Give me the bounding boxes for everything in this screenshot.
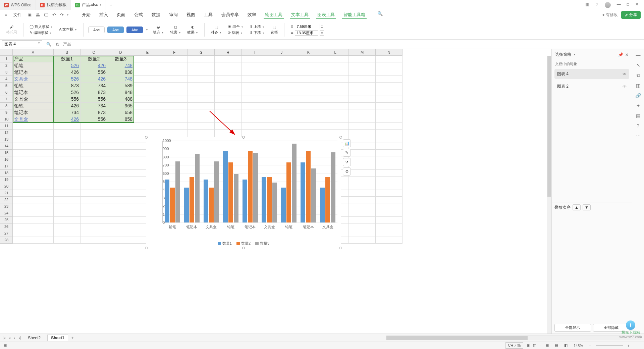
- collapse-icon[interactable]: —: [636, 52, 641, 58]
- table-tool-icon[interactable]: ▤: [636, 113, 640, 118]
- sheet-tab-1[interactable]: Sheet1: [47, 335, 68, 341]
- ime-status[interactable]: CH ♪ 简: [505, 342, 523, 349]
- view-misc-2[interactable]: ◫: [533, 343, 536, 348]
- fill-button[interactable]: ◒填充 ▾: [152, 25, 165, 35]
- move-up-button[interactable]: ⬆ 上移 ▾: [250, 24, 265, 29]
- textbox-button[interactable]: A 文本框 ▾: [59, 27, 77, 32]
- rotate-button[interactable]: ⟳ 旋转 ▾: [228, 30, 244, 35]
- menu-page[interactable]: 页面: [115, 11, 127, 19]
- view-misc-1[interactable]: ⊞: [527, 343, 530, 348]
- effect-button[interactable]: ◐效果 ▾: [186, 25, 200, 35]
- move-down-button[interactable]: ⬇ 下移 ▾: [250, 30, 265, 35]
- width-input[interactable]: [295, 30, 318, 36]
- chart-edit-button[interactable]: ✎: [343, 149, 351, 157]
- chart-type-button[interactable]: 📊: [343, 139, 351, 147]
- sheet-tab-2[interactable]: Sheet2: [24, 335, 44, 341]
- sheet-next[interactable]: ▸: [14, 336, 15, 340]
- view-misc-3[interactable]: ·: [540, 344, 541, 348]
- avatar[interactable]: [605, 2, 611, 8]
- styles-more[interactable]: ▾: [146, 28, 148, 31]
- search-icon[interactable]: 🔍: [376, 11, 384, 19]
- link-tool-icon[interactable]: 🔗: [635, 93, 641, 98]
- spreadsheet[interactable]: ABCDEFGHIJKLMN 1234567891011121314151617…: [0, 49, 551, 334]
- select-button[interactable]: ⬚选择: [269, 25, 279, 35]
- style-1[interactable]: Abc: [88, 27, 105, 33]
- column-headers[interactable]: ABCDEFGHIJKLMN: [13, 49, 551, 56]
- eye-off-icon[interactable]: 👁: [623, 84, 627, 89]
- cursor-tool-icon[interactable]: ↖: [636, 62, 640, 68]
- formula-input[interactable]: [62, 42, 644, 47]
- tab-wps[interactable]: WWPS Office: [0, 0, 36, 10]
- redo-icon[interactable]: ↷: [59, 12, 65, 17]
- menu-insert[interactable]: 插入: [98, 11, 109, 19]
- height-spinner[interactable]: ▲▼: [320, 24, 324, 29]
- zoom-out-button[interactable]: −: [588, 344, 592, 348]
- pin-icon[interactable]: 📌: [618, 52, 623, 57]
- chart-legend[interactable]: 数量1 数量2 数量3: [146, 241, 341, 246]
- select-all-corner[interactable]: [0, 49, 13, 56]
- menu-view[interactable]: 视图: [185, 11, 197, 19]
- chart-object[interactable]: 01002003004005006007008009001000铅笔笔记本文具盒…: [146, 137, 341, 248]
- edit-shape-button[interactable]: ✎ 编辑形状 ▾: [30, 30, 53, 35]
- menu-member[interactable]: 会员专享: [220, 11, 240, 19]
- chart-filter-button[interactable]: ⧩: [343, 158, 351, 166]
- maximize-button[interactable]: □: [627, 2, 629, 8]
- zoom-in-button[interactable]: +: [626, 344, 631, 348]
- sheet-prev[interactable]: ◂: [9, 336, 10, 340]
- cube-icon[interactable]: ♢: [595, 2, 599, 8]
- add-sheet-button[interactable]: +: [71, 336, 74, 340]
- status-icon[interactable]: ▦: [3, 343, 7, 348]
- menu-start[interactable]: 开始: [80, 11, 92, 19]
- help-tool-icon[interactable]: ?: [637, 123, 640, 129]
- menu-draw-tools[interactable]: 绘图工具: [264, 11, 284, 19]
- horizontal-scrollbar[interactable]: [386, 336, 641, 340]
- width-spinner[interactable]: ▲▼: [320, 30, 324, 36]
- zoom-slider[interactable]: [596, 345, 623, 346]
- pane-close-icon[interactable]: ✕: [625, 52, 629, 57]
- chart-plot-area[interactable]: 01002003004005006007008009001000铅笔笔记本文具盒…: [162, 141, 337, 223]
- tab-template[interactable]: D找稻壳模板: [36, 0, 71, 10]
- group-button[interactable]: ▣ 组合 ▾: [228, 24, 244, 29]
- print-icon[interactable]: 🖶: [34, 12, 41, 17]
- new-tab-button[interactable]: +: [106, 2, 116, 8]
- fx-icon[interactable]: fx: [53, 42, 62, 47]
- layers-tool-icon[interactable]: ▥: [636, 83, 640, 88]
- preview-icon[interactable]: 🖵: [43, 12, 50, 17]
- menu-smart-tools[interactable]: 智能工具箱: [342, 11, 367, 19]
- style-tool-icon[interactable]: ✦: [636, 103, 640, 108]
- chart-settings-button[interactable]: ⚙: [343, 167, 351, 176]
- menu-chart-tools[interactable]: 图表工具: [316, 11, 336, 19]
- minimize-button[interactable]: —: [617, 2, 621, 8]
- save-icon[interactable]: ▣: [26, 12, 33, 17]
- tab-document[interactable]: S产品.xlsx●: [71, 0, 106, 10]
- style-3[interactable]: Abc: [126, 27, 143, 33]
- file-menu[interactable]: 文件: [10, 11, 25, 18]
- menu-text-tools[interactable]: 文本工具: [290, 11, 310, 19]
- zoom-value[interactable]: 145%: [572, 344, 584, 348]
- menu-icon[interactable]: ≡: [3, 12, 9, 17]
- pane-object-chart4[interactable]: 图表 4👁: [554, 69, 629, 79]
- view-normal-icon[interactable]: ▦: [544, 343, 550, 348]
- zoom-fx-icon[interactable]: 🔍: [44, 42, 53, 47]
- eye-icon[interactable]: 👁: [623, 72, 627, 77]
- sort-up-button[interactable]: ▲: [573, 204, 581, 210]
- more-tool-icon[interactable]: ⋯: [636, 133, 641, 139]
- sort-down-button[interactable]: ▼: [583, 204, 591, 210]
- vertical-scrollbar[interactable]: [547, 56, 551, 334]
- layout-icon[interactable]: ▥: [585, 2, 589, 8]
- view-break-icon[interactable]: ◧: [563, 343, 569, 348]
- menu-efficiency[interactable]: 效率: [246, 11, 258, 19]
- show-all-button[interactable]: 全部显示: [554, 324, 591, 332]
- style-2[interactable]: Abc: [107, 27, 124, 33]
- sheet-first[interactable]: |◂: [3, 336, 5, 340]
- undo-icon[interactable]: ↶: [51, 12, 57, 17]
- row-headers[interactable]: 1234567891011121314151617181920212223242…: [0, 56, 13, 244]
- close-button[interactable]: ✕: [635, 2, 639, 8]
- fullscreen-icon[interactable]: ⛶: [634, 344, 641, 348]
- outline-button[interactable]: ◻轮廓 ▾: [169, 25, 182, 35]
- align-button[interactable]: ⬚对齐 ▾: [209, 25, 223, 35]
- menu-review[interactable]: 审阅: [168, 11, 179, 19]
- sheet-last[interactable]: ▸|: [19, 336, 21, 340]
- share-button[interactable]: ⇗分享: [621, 11, 641, 19]
- insert-shape-button[interactable]: ◯ 插入形状 ▾: [30, 24, 53, 29]
